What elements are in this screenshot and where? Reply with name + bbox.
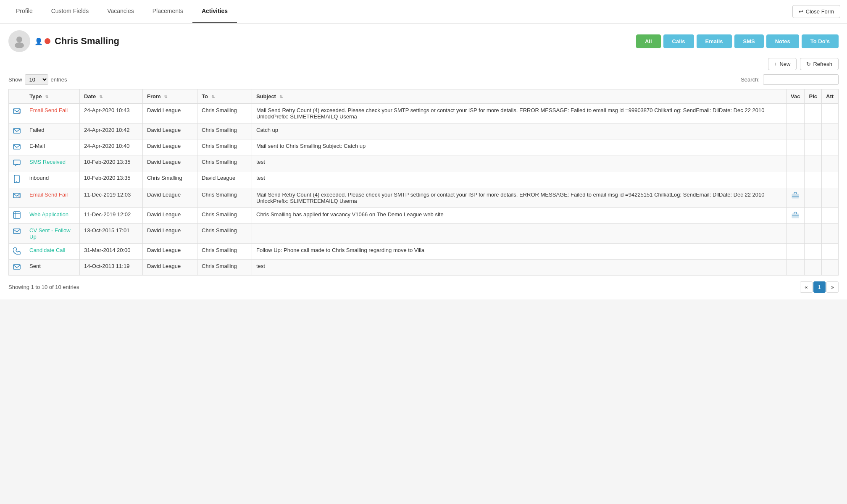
row-icon-cell (9, 224, 25, 244)
row-type-label[interactable]: SMS Received (29, 159, 66, 165)
svg-text:!: ! (19, 196, 20, 199)
filter-btn-calls[interactable]: Calls (663, 34, 694, 48)
col-header-plc[interactable]: Plc (805, 89, 822, 104)
mobile-icon (14, 178, 20, 184)
filter-btn-sms[interactable]: SMS (734, 34, 764, 48)
sort-icon-to: ⇅ (211, 94, 215, 99)
row-type-cell: Sent (25, 260, 80, 276)
col-header-icon[interactable] (9, 89, 25, 104)
row-type-label[interactable]: CV Sent - Follow Up (29, 227, 71, 240)
sms-icon (13, 161, 21, 168)
search-input[interactable] (763, 74, 839, 85)
row-to-cell: David League (197, 171, 252, 188)
row-plc-cell (805, 171, 822, 188)
status-dot (45, 38, 50, 44)
col-header-type[interactable]: Type ⇅ (25, 89, 80, 104)
pagination-controls: « 1 » (800, 281, 839, 293)
row-vac-cell (786, 139, 805, 155)
svg-text:!: ! (19, 112, 20, 114)
row-to-cell: Chris Smalling (197, 155, 252, 171)
row-att-cell (822, 171, 839, 188)
new-button[interactable]: + New (768, 58, 797, 70)
row-type-label: E-Mail (29, 143, 45, 149)
tab-profile[interactable]: Profile (7, 0, 42, 23)
row-subject-cell: Catch up (252, 123, 786, 139)
row-att-cell (822, 224, 839, 244)
row-icon-cell (9, 155, 25, 171)
current-page-button[interactable]: 1 (813, 281, 826, 293)
row-att-cell (822, 123, 839, 139)
row-date-cell: 31-Mar-2014 20:00 (80, 244, 143, 260)
row-from-cell: David League (143, 260, 197, 276)
table-row: ! Email Send Fail 11-Dec-2019 12:03 Davi… (9, 188, 839, 208)
sort-icon-subject: ⇅ (279, 94, 283, 99)
table-row: Failed 24-Apr-2020 10:42 David League Ch… (9, 123, 839, 139)
pagination-info: Showing 1 to 10 of 10 entries (8, 284, 79, 290)
svg-rect-5 (13, 129, 20, 133)
row-date-cell: 11-Dec-2019 12:03 (80, 188, 143, 208)
col-header-vac[interactable]: Vac (786, 89, 805, 104)
row-type-cell: Candidate Call (25, 244, 80, 260)
row-icon-cell (9, 123, 25, 139)
table-row: inbound 10-Feb-2020 13:35 Chris Smalling… (9, 171, 839, 188)
row-type-label[interactable]: Candidate Call (29, 247, 65, 253)
row-vac-cell (786, 260, 805, 276)
close-form-button[interactable]: ↩ Close Form (792, 5, 840, 18)
next-page-button[interactable]: » (826, 281, 839, 293)
email-icon (13, 129, 21, 136)
svg-rect-20 (13, 229, 20, 234)
filter-btn-notes[interactable]: Notes (766, 34, 799, 48)
col-header-to[interactable]: To ⇅ (197, 89, 252, 104)
row-icon-cell (9, 244, 25, 260)
row-vac-cell (786, 155, 805, 171)
refresh-button[interactable]: ↻ Refresh (800, 58, 839, 70)
table-header-row: Type ⇅ Date ⇅ From ⇅ To ⇅ Subject ⇅ (9, 89, 839, 104)
svg-point-0 (16, 37, 22, 42)
email-fail-icon: ! (13, 110, 21, 116)
plus-icon: + (774, 61, 778, 67)
table-row: E-Mail 24-Apr-2020 10:40 David League Ch… (9, 139, 839, 155)
row-type-label[interactable]: Email Send Fail (29, 192, 68, 198)
sort-icon-from: ⇅ (164, 94, 167, 99)
row-type-label[interactable]: Email Send Fail (29, 107, 68, 113)
row-subject-cell: test (252, 260, 786, 276)
pagination-row: Showing 1 to 10 of 10 entries « 1 » (8, 281, 839, 293)
row-from-cell: Chris Smalling (143, 171, 197, 188)
row-subject-cell: test (252, 171, 786, 188)
row-to-cell: Chris Smalling (197, 123, 252, 139)
entries-select[interactable]: 10 25 50 100 (25, 74, 48, 85)
row-subject-cell: Chris Smalling has applied for vacancy V… (252, 208, 786, 224)
entries-label: entries (51, 76, 67, 83)
row-from-cell: David League (143, 244, 197, 260)
row-subject-cell: Mail sent to Chris Smalling Subject: Cat… (252, 139, 786, 155)
row-att-cell (822, 139, 839, 155)
row-type-cell: Email Send Fail (25, 188, 80, 208)
row-date-cell: 13-Oct-2015 17:01 (80, 224, 143, 244)
row-subject-cell (252, 224, 786, 244)
toolbar-row: + New ↻ Refresh (8, 58, 839, 70)
col-header-date[interactable]: Date ⇅ (80, 89, 143, 104)
filter-btn-all[interactable]: All (636, 34, 661, 48)
row-subject-cell: Mail Send Retry Count (4) exceeded. Plea… (252, 104, 786, 123)
filter-btn-emails[interactable]: Emails (697, 34, 732, 48)
tab-vacancies[interactable]: Vacancies (98, 0, 143, 23)
row-att-cell (822, 260, 839, 276)
search-area: Search: (741, 74, 839, 85)
col-header-from[interactable]: From ⇅ (143, 89, 197, 104)
filter-btn-todos[interactable]: To Do's (802, 34, 839, 48)
col-header-att[interactable]: Att (822, 89, 839, 104)
user-name: Chris Smalling (55, 36, 119, 47)
row-from-cell: David League (143, 188, 197, 208)
tab-placements[interactable]: Placements (143, 0, 192, 23)
prev-page-button[interactable]: « (800, 281, 812, 293)
email-icon (13, 230, 21, 236)
row-plc-cell (805, 139, 822, 155)
col-header-subject[interactable]: Subject ⇅ (252, 89, 786, 104)
refresh-icon: ↻ (806, 61, 811, 67)
row-type-label[interactable]: Web Application (29, 211, 68, 218)
show-entries: Show 10 25 50 100 entries (8, 74, 67, 85)
tab-activities[interactable]: Activities (192, 0, 237, 23)
tab-custom-fields[interactable]: Custom Fields (42, 0, 98, 23)
row-date-cell: 24-Apr-2020 10:42 (80, 123, 143, 139)
row-vac-cell (786, 123, 805, 139)
